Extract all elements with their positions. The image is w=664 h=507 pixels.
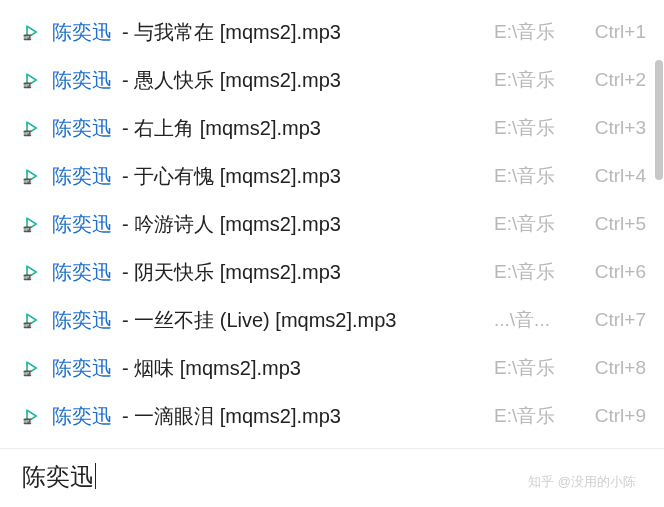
- file-path: E:\音乐: [494, 403, 566, 429]
- svg-text:MP3: MP3: [23, 275, 32, 280]
- artist-name: 陈奕迅: [52, 355, 112, 382]
- artist-name: 陈奕迅: [52, 67, 112, 94]
- scrollbar-thumb[interactable]: [655, 60, 663, 180]
- mp3-play-icon: MP3: [22, 262, 42, 282]
- artist-name: 陈奕迅: [52, 163, 112, 190]
- file-title: - 阴天快乐 [mqms2].mp3: [122, 259, 476, 286]
- search-value: 陈奕迅: [22, 463, 94, 490]
- result-row[interactable]: MP3陈奕迅 - 愚人快乐 [mqms2].mp3E:\音乐Ctrl+2: [0, 56, 664, 104]
- mp3-play-icon: MP3: [22, 406, 42, 426]
- shortcut-label: Ctrl+4: [586, 165, 646, 187]
- file-title: - 烟味 [mqms2].mp3: [122, 355, 476, 382]
- file-path: E:\音乐: [494, 163, 566, 189]
- shortcut-label: Ctrl+1: [586, 21, 646, 43]
- svg-text:MP3: MP3: [23, 323, 32, 328]
- file-title: - 吟游诗人 [mqms2].mp3: [122, 211, 476, 238]
- file-path: E:\音乐: [494, 211, 566, 237]
- mp3-play-icon: MP3: [22, 70, 42, 90]
- mp3-play-icon: MP3: [22, 214, 42, 234]
- shortcut-label: Ctrl+8: [586, 357, 646, 379]
- shortcut-label: Ctrl+7: [586, 309, 646, 331]
- svg-text:MP3: MP3: [23, 131, 32, 136]
- file-path: ...\音...: [494, 307, 566, 333]
- mp3-play-icon: MP3: [22, 358, 42, 378]
- shortcut-label: Ctrl+2: [586, 69, 646, 91]
- svg-text:MP3: MP3: [23, 83, 32, 88]
- result-row[interactable]: MP3陈奕迅 - 右上角 [mqms2].mp3E:\音乐Ctrl+3: [0, 104, 664, 152]
- artist-name: 陈奕迅: [52, 19, 112, 46]
- file-title: - 愚人快乐 [mqms2].mp3: [122, 67, 476, 94]
- artist-name: 陈奕迅: [52, 307, 112, 334]
- shortcut-label: Ctrl+6: [586, 261, 646, 283]
- file-path: E:\音乐: [494, 67, 566, 93]
- artist-name: 陈奕迅: [52, 403, 112, 430]
- file-path: E:\音乐: [494, 259, 566, 285]
- svg-text:MP3: MP3: [23, 35, 32, 40]
- mp3-play-icon: MP3: [22, 118, 42, 138]
- artist-name: 陈奕迅: [52, 259, 112, 286]
- results-list: MP3陈奕迅 - 与我常在 [mqms2].mp3E:\音乐Ctrl+1MP3陈…: [0, 0, 664, 440]
- file-path: E:\音乐: [494, 115, 566, 141]
- result-row[interactable]: MP3陈奕迅 - 烟味 [mqms2].mp3E:\音乐Ctrl+8: [0, 344, 664, 392]
- result-row[interactable]: MP3陈奕迅 - 于心有愧 [mqms2].mp3E:\音乐Ctrl+4: [0, 152, 664, 200]
- svg-text:MP3: MP3: [23, 371, 32, 376]
- svg-text:MP3: MP3: [23, 179, 32, 184]
- search-input[interactable]: 陈奕迅: [22, 463, 96, 490]
- result-row[interactable]: MP3陈奕迅 - 阴天快乐 [mqms2].mp3E:\音乐Ctrl+6: [0, 248, 664, 296]
- result-row[interactable]: MP3陈奕迅 - 一滴眼泪 [mqms2].mp3E:\音乐Ctrl+9: [0, 392, 664, 440]
- shortcut-label: Ctrl+9: [586, 405, 646, 427]
- shortcut-label: Ctrl+5: [586, 213, 646, 235]
- artist-name: 陈奕迅: [52, 211, 112, 238]
- file-title: - 与我常在 [mqms2].mp3: [122, 19, 476, 46]
- file-path: E:\音乐: [494, 355, 566, 381]
- file-path: E:\音乐: [494, 19, 566, 45]
- text-cursor: [95, 463, 96, 489]
- search-bar[interactable]: 陈奕迅: [0, 448, 664, 507]
- file-title: - 一丝不挂 (Live) [mqms2].mp3: [122, 307, 476, 334]
- file-title: - 右上角 [mqms2].mp3: [122, 115, 476, 142]
- file-title: - 于心有愧 [mqms2].mp3: [122, 163, 476, 190]
- artist-name: 陈奕迅: [52, 115, 112, 142]
- mp3-play-icon: MP3: [22, 166, 42, 186]
- svg-text:MP3: MP3: [23, 227, 32, 232]
- mp3-play-icon: MP3: [22, 22, 42, 42]
- svg-text:MP3: MP3: [23, 419, 32, 424]
- result-row[interactable]: MP3陈奕迅 - 一丝不挂 (Live) [mqms2].mp3...\音...…: [0, 296, 664, 344]
- result-row[interactable]: MP3陈奕迅 - 与我常在 [mqms2].mp3E:\音乐Ctrl+1: [0, 8, 664, 56]
- file-title: - 一滴眼泪 [mqms2].mp3: [122, 403, 476, 430]
- result-row[interactable]: MP3陈奕迅 - 吟游诗人 [mqms2].mp3E:\音乐Ctrl+5: [0, 200, 664, 248]
- shortcut-label: Ctrl+3: [586, 117, 646, 139]
- mp3-play-icon: MP3: [22, 310, 42, 330]
